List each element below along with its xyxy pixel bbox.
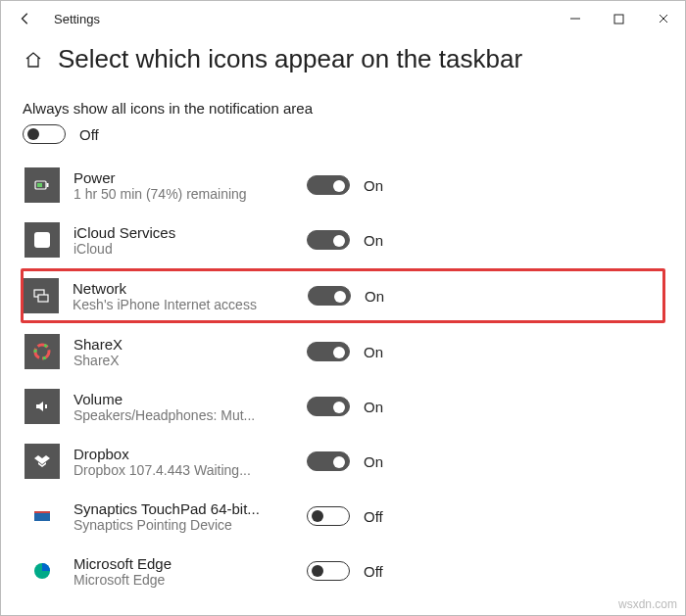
item-subtitle: 1 hr 50 min (74%) remaining [74, 186, 279, 202]
item-title: ShareX [74, 336, 279, 353]
item-toggle[interactable] [307, 342, 350, 361]
list-item: Power1 hr 50 min (74%) remainingOn [23, 158, 663, 213]
watermark: wsxdn.com [618, 597, 677, 611]
master-toggle[interactable] [23, 124, 66, 144]
window-controls [553, 4, 685, 33]
synaptics-icon [24, 498, 60, 534]
item-texts: Power1 hr 50 min (74%) remaining [74, 169, 279, 202]
master-toggle-state: Off [79, 126, 99, 143]
svg-point-8 [35, 345, 49, 358]
item-title: Microsoft Edge [74, 555, 279, 572]
item-toggle-wrap: On [307, 397, 383, 416]
maximize-button[interactable] [597, 4, 641, 33]
list-item: iCloud ServicesiCloudOn [23, 213, 663, 267]
item-texts: ShareXShareX [74, 336, 279, 368]
item-subtitle: Speakers/Headphones: Mut... [74, 407, 279, 423]
item-toggle[interactable] [307, 451, 350, 471]
list-item: Microsoft EdgeMicrosoft EdgeOff [23, 544, 663, 598]
item-texts: Microsoft EdgeMicrosoft Edge [74, 555, 279, 588]
item-toggle-wrap: On [307, 451, 383, 471]
item-toggle-state: Off [364, 508, 383, 525]
item-title: iCloud Services [74, 224, 279, 241]
svg-rect-11 [34, 511, 50, 513]
item-title: Dropbox [74, 446, 279, 462]
content-area: Select which icons appear on the taskbar… [1, 36, 685, 598]
edge-icon [24, 553, 60, 589]
item-title: Synaptics TouchPad 64-bit... [74, 500, 279, 517]
svg-rect-5 [34, 232, 50, 248]
heading-row: Select which icons appear on the taskbar [23, 44, 663, 74]
item-texts: VolumeSpeakers/Headphones: Mut... [74, 391, 279, 423]
item-toggle[interactable] [307, 506, 350, 526]
item-toggle-wrap: Off [307, 506, 383, 526]
volume-icon [24, 389, 60, 424]
home-icon[interactable] [23, 49, 44, 71]
item-toggle-state: On [364, 399, 383, 415]
master-toggle-label: Always show all icons in the notificatio… [23, 100, 663, 117]
power-icon [24, 167, 60, 203]
svg-rect-4 [37, 183, 42, 187]
item-toggle-state: On [364, 453, 383, 470]
item-texts: Synaptics TouchPad 64-bit...Synaptics Po… [74, 500, 279, 533]
window-title: Settings [54, 12, 100, 26]
back-button[interactable] [15, 8, 36, 29]
item-subtitle: iCloud [74, 241, 279, 257]
page-title: Select which icons appear on the taskbar [58, 44, 522, 74]
list-item: ShareXShareXOn [23, 324, 663, 379]
item-toggle-state: On [364, 232, 383, 249]
list-item: VolumeSpeakers/Headphones: Mut...On [23, 379, 663, 434]
item-toggle-wrap: Off [307, 561, 383, 581]
item-toggle-wrap: On [307, 175, 383, 195]
item-texts: iCloud ServicesiCloud [74, 224, 279, 257]
item-subtitle: Microsoft Edge [74, 572, 279, 588]
list-item: DropboxDropbox 107.4.443 Waiting...On [23, 434, 663, 489]
item-toggle[interactable] [307, 230, 350, 250]
master-toggle-row: Off [23, 124, 663, 144]
item-toggle-wrap: On [307, 342, 383, 361]
list-item: NetworkKesh's iPhone Internet accessOn [21, 268, 665, 323]
svg-rect-7 [38, 295, 48, 302]
item-texts: NetworkKesh's iPhone Internet access [73, 280, 278, 312]
item-toggle-state: On [364, 177, 383, 194]
svg-rect-3 [47, 183, 49, 187]
dropbox-icon [24, 444, 60, 479]
item-subtitle: Kesh's iPhone Internet access [73, 297, 278, 312]
item-toggle-wrap: On [308, 286, 384, 306]
item-title: Network [73, 280, 278, 297]
item-texts: DropboxDropbox 107.4.443 Waiting... [74, 446, 279, 478]
item-subtitle: ShareX [74, 353, 279, 368]
minimize-button[interactable] [553, 4, 597, 33]
item-toggle[interactable] [307, 397, 350, 416]
item-toggle-state: On [365, 288, 384, 305]
network-icon [24, 278, 59, 313]
item-title: Volume [74, 391, 279, 407]
item-title: Power [74, 169, 279, 186]
item-subtitle: Synaptics Pointing Device [74, 517, 279, 533]
item-toggle[interactable] [307, 175, 350, 195]
sharex-icon [24, 334, 60, 369]
icloud-icon [24, 222, 60, 258]
item-toggle[interactable] [308, 286, 351, 306]
item-subtitle: Dropbox 107.4.443 Waiting... [74, 462, 279, 478]
item-toggle-state: Off [364, 563, 383, 580]
icon-list: Power1 hr 50 min (74%) remainingOniCloud… [23, 158, 663, 598]
item-toggle-wrap: On [307, 230, 383, 250]
svg-rect-1 [614, 15, 623, 24]
titlebar: Settings [1, 1, 685, 36]
item-toggle[interactable] [307, 561, 350, 581]
list-item: Synaptics TouchPad 64-bit...Synaptics Po… [23, 489, 663, 544]
item-toggle-state: On [364, 344, 383, 360]
close-button[interactable] [641, 4, 685, 33]
